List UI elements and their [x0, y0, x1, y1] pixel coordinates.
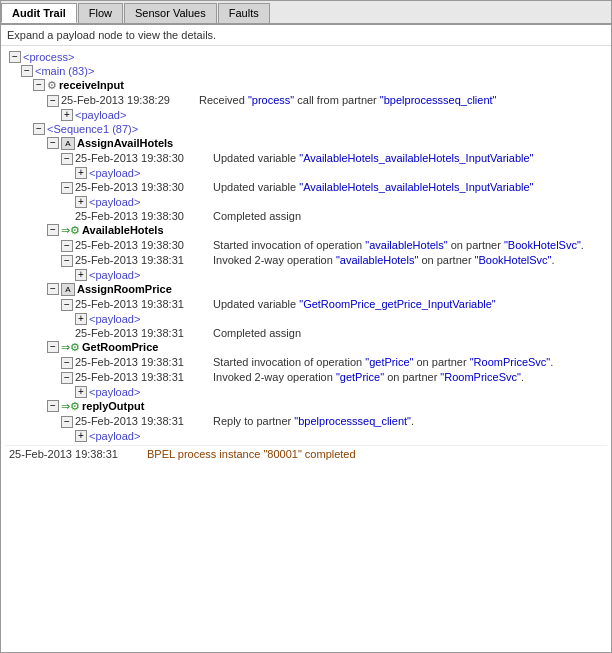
- grp-payload-toggle[interactable]: +: [75, 386, 87, 398]
- aah-msg-1: Updated variable "AvailableHotels_availa…: [213, 152, 534, 164]
- aah-ts-1: 25-Feb-2013 19:38:30: [75, 152, 205, 164]
- receive-msg-1: Received "process" call from partner "bp…: [199, 94, 497, 106]
- main-toggle[interactable]: −: [21, 65, 33, 77]
- receive-input-node: − ⚙ receiveInput: [5, 78, 607, 93]
- arp-ts-1: 25-Feb-2013 19:38:31: [75, 298, 205, 310]
- main-node: − <main (83)>: [5, 64, 607, 78]
- arp-payload-toggle[interactable]: +: [75, 313, 87, 325]
- receive-input-toggle[interactable]: −: [33, 79, 45, 91]
- ah-toggle2[interactable]: −: [61, 255, 73, 267]
- receive-payload: + <payload>: [5, 108, 607, 122]
- bottom-ts: 25-Feb-2013 19:38:31: [9, 448, 139, 460]
- arp-ts-2: 25-Feb-2013 19:38:31: [75, 327, 205, 339]
- sequence1-label: <Sequence1 (87)>: [47, 123, 138, 135]
- ro-msg-1: Reply to partner "bpelprocessseq_client"…: [213, 415, 414, 427]
- ah-msg-2: Invoked 2-way operation "availableHotels…: [213, 254, 555, 266]
- reply-output-icon: ⇒⚙: [61, 400, 80, 413]
- sequence1-toggle[interactable]: −: [33, 123, 45, 135]
- tree: − <process> − <main (83)> − ⚙ receiveInp…: [1, 46, 611, 465]
- aah-payload-label-2: <payload>: [89, 196, 140, 208]
- ro-payload: + <payload>: [5, 429, 607, 443]
- assign-avail-hotels-entry-2: − 25-Feb-2013 19:38:30 Updated variable …: [5, 180, 607, 195]
- main-label: <main (83)>: [35, 65, 94, 77]
- receive-payload-label: <payload>: [75, 109, 126, 121]
- ah-ts-2: 25-Feb-2013 19:38:31: [75, 254, 205, 266]
- ro-toggle1[interactable]: −: [61, 416, 73, 428]
- receive-input-label: receiveInput: [59, 79, 124, 91]
- assign-room-price-node: − A AssignRoomPrice: [5, 282, 607, 297]
- assign-avail-hotels-entry-1: − 25-Feb-2013 19:38:30 Updated variable …: [5, 151, 607, 166]
- ah-ts-1: 25-Feb-2013 19:38:30: [75, 239, 205, 251]
- assign-avail-hotels-toggle2[interactable]: −: [61, 182, 73, 194]
- available-hotels-entry-1: − 25-Feb-2013 19:38:30 Started invocatio…: [5, 238, 607, 253]
- get-room-price-entry-1: − 25-Feb-2013 19:38:31 Started invocatio…: [5, 355, 607, 370]
- arp-toggle1[interactable]: −: [61, 299, 73, 311]
- ah-payload-toggle[interactable]: +: [75, 269, 87, 281]
- assign-avail-hotels-toggle[interactable]: −: [47, 137, 59, 149]
- grp-msg-2: Invoked 2-way operation "getPrice" on pa…: [213, 371, 524, 383]
- assign-avail-hotels-icon: A: [61, 137, 75, 150]
- assign-room-price-entry-1: − 25-Feb-2013 19:38:31 Updated variable …: [5, 297, 607, 312]
- arp-payload: + <payload>: [5, 312, 607, 326]
- tab-sensor-values[interactable]: Sensor Values: [124, 3, 217, 23]
- grp-ts-1: 25-Feb-2013 19:38:31: [75, 356, 205, 368]
- ah-toggle1[interactable]: −: [61, 240, 73, 252]
- tab-faults[interactable]: Faults: [218, 3, 270, 23]
- available-hotels-label: AvailableHotels: [82, 224, 164, 236]
- ah-payload-label: <payload>: [89, 269, 140, 281]
- assign-room-price-entry-2: 25-Feb-2013 19:38:31 Completed assign: [5, 326, 607, 340]
- aah-payload-1: + <payload>: [5, 166, 607, 180]
- assign-avail-hotels-entry-3: 25-Feb-2013 19:38:30 Completed assign: [5, 209, 607, 223]
- reply-output-node: − ⇒⚙ replyOutput: [5, 399, 607, 414]
- ah-payload: + <payload>: [5, 268, 607, 282]
- available-hotels-entry-2: − 25-Feb-2013 19:38:31 Invoked 2-way ope…: [5, 253, 607, 268]
- arp-msg-2: Completed assign: [213, 327, 301, 339]
- receive-input-icon: ⚙: [47, 79, 57, 92]
- ah-msg-1: Started invocation of operation "availab…: [213, 239, 584, 251]
- grp-ts-2: 25-Feb-2013 19:38:31: [75, 371, 205, 383]
- sequence1-node: − <Sequence1 (87)>: [5, 122, 607, 136]
- aah-msg-2: Updated variable "AvailableHotels_availa…: [213, 181, 534, 193]
- bottom-msg: BPEL process instance "80001" completed: [147, 448, 356, 460]
- available-hotels-toggle[interactable]: −: [47, 224, 59, 236]
- ro-payload-toggle[interactable]: +: [75, 430, 87, 442]
- aah-payload-2: + <payload>: [5, 195, 607, 209]
- tab-audit-trail[interactable]: Audit Trail: [1, 3, 77, 23]
- get-room-price-icon: ⇒⚙: [61, 341, 80, 354]
- arp-payload-label: <payload>: [89, 313, 140, 325]
- assign-avail-hotels-label: AssignAvailHotels: [77, 137, 173, 149]
- reply-output-toggle[interactable]: −: [47, 400, 59, 412]
- tab-flow[interactable]: Flow: [78, 3, 123, 23]
- process-node: − <process>: [5, 50, 607, 64]
- available-hotels-node: − ⇒⚙ AvailableHotels: [5, 223, 607, 238]
- get-room-price-node: − ⇒⚙ GetRoomPrice: [5, 340, 607, 355]
- receive-ts-1: 25-Feb-2013 19:38:29: [61, 94, 191, 106]
- reply-output-label: replyOutput: [82, 400, 144, 412]
- aah-payload-label-1: <payload>: [89, 167, 140, 179]
- get-room-price-entry-2: − 25-Feb-2013 19:38:31 Invoked 2-way ope…: [5, 370, 607, 385]
- assign-avail-hotels-node: − A AssignAvailHotels: [5, 136, 607, 151]
- grp-toggle1[interactable]: −: [61, 357, 73, 369]
- grp-toggle2[interactable]: −: [61, 372, 73, 384]
- tab-bar: Audit Trail Flow Sensor Values Faults: [1, 1, 611, 25]
- get-room-price-toggle[interactable]: −: [47, 341, 59, 353]
- assign-room-price-toggle[interactable]: −: [47, 283, 59, 295]
- receive-input-entry-1: − 25-Feb-2013 19:38:29 Received "process…: [5, 93, 607, 108]
- assign-avail-hotels-toggle1[interactable]: −: [61, 153, 73, 165]
- aah-msg-3: Completed assign: [213, 210, 301, 222]
- ro-payload-label: <payload>: [89, 430, 140, 442]
- info-bar: Expand a payload node to view the detail…: [1, 25, 611, 46]
- assign-room-price-label: AssignRoomPrice: [77, 283, 172, 295]
- process-toggle[interactable]: −: [9, 51, 21, 63]
- aah-payload-toggle-1[interactable]: +: [75, 167, 87, 179]
- receive-payload-toggle[interactable]: +: [61, 109, 73, 121]
- bottom-row: 25-Feb-2013 19:38:31 BPEL process instan…: [5, 445, 607, 461]
- aah-ts-2: 25-Feb-2013 19:38:30: [75, 181, 205, 193]
- reply-output-entry-1: − 25-Feb-2013 19:38:31 Reply to partner …: [5, 414, 607, 429]
- assign-room-price-icon: A: [61, 283, 75, 296]
- grp-payload: + <payload>: [5, 385, 607, 399]
- process-label: <process>: [23, 51, 74, 63]
- available-hotels-icon: ⇒⚙: [61, 224, 80, 237]
- aah-payload-toggle-2[interactable]: +: [75, 196, 87, 208]
- receive-input-toggle2[interactable]: −: [47, 95, 59, 107]
